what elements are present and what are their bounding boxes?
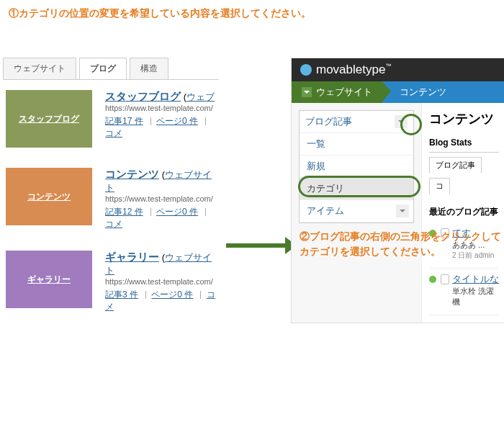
status-ok-icon (429, 276, 436, 283)
blog-meta: スタッフブログ (ウェブ https://www.test-template.c… (105, 90, 216, 148)
panel-header: Blog Stats (429, 135, 499, 153)
mt-nav: ウェブサイト コンテンツ (292, 81, 504, 103)
blog-meta: ギャラリー (ウェブサイト https://www.test-template.… (105, 251, 216, 313)
comments-link[interactable]: コメ (105, 128, 122, 138)
blog-row: スタッフブログ スタッフブログ (ウェブ https://www.test-te… (3, 86, 219, 163)
blog-url: https://www.test-template.com/ (105, 277, 216, 286)
side-item-new[interactable]: 新規 (300, 156, 413, 178)
blog-title-link[interactable]: ギャラリー (105, 251, 159, 263)
document-icon (441, 274, 449, 284)
entry-row: タイトルな 単水栓 洗濯機 (429, 269, 499, 315)
blog-url: https://www.test-template.com/ (105, 104, 216, 112)
blog-links: 記事3 件 ページ0 件 コメ (105, 289, 216, 313)
pages-link[interactable]: ページ0 件 (156, 207, 198, 217)
triangle-down-icon[interactable] (396, 204, 409, 217)
side-drop-head[interactable]: ブログ記事 (300, 111, 413, 133)
blog-links: 記事17 件 ページ0 件 コメ (105, 115, 216, 140)
mt-main: コンテンツ Blog Stats ブログ記事コ 最近のブログ記事 てす あああ … (421, 103, 504, 323)
main-title: コンテンツ (429, 110, 499, 127)
mt-body: ブログ記事 一覧 新規 カテゴリ アイテム コンテンツ Blog Stats ブ… (292, 103, 504, 323)
blog-url: https://www.test-template.com/ (105, 194, 216, 203)
arrow-icon (226, 243, 295, 248)
mt-sidebar: ブログ記事 一覧 新規 カテゴリ アイテム (292, 103, 421, 323)
entry-body: 単水栓 洗濯機 (452, 286, 499, 307)
side-item-list[interactable]: 一覧 (300, 133, 413, 156)
comments-link[interactable]: コメ (105, 219, 122, 229)
recent-entries-header: 最近のブログ記事 (429, 206, 499, 218)
pages-link[interactable]: ページ0 件 (151, 289, 193, 300)
nav-contents[interactable]: コンテンツ (382, 81, 504, 103)
blog-tile-contents[interactable]: コンテンツ (6, 168, 92, 225)
left-pane: ウェブサイト ブログ 構造 スタッフブログ スタッフブログ (ウェブ https… (3, 58, 219, 329)
side-item-item[interactable]: アイテム (300, 200, 413, 222)
side-dropdown: ブログ記事 一覧 新規 カテゴリ アイテム (299, 110, 414, 223)
scope-link[interactable]: ウェブ (186, 91, 215, 102)
blog-row: コンテンツ コンテンツ (ウェブサイト https://www.test-tem… (3, 163, 219, 246)
brand-label: movabletype™ (316, 63, 391, 77)
entries-link[interactable]: 記事12 件 (105, 207, 143, 217)
tab-website[interactable]: ウェブサイト (3, 58, 76, 79)
nav-website[interactable]: ウェブサイト (292, 81, 382, 103)
blog-meta: コンテンツ (ウェブサイト https://www.test-template.… (105, 168, 216, 230)
instruction-step2: ②ブログ記事の右側の三角形をクリックしてカテゴリを選択してください。 (300, 229, 501, 259)
blog-title-link[interactable]: スタッフブログ (105, 90, 181, 102)
tab-blog[interactable]: ブログ (79, 58, 127, 79)
blog-title-link[interactable]: コンテンツ (105, 168, 159, 180)
blog-links: 記事12 件 ページ0 件 コメ (105, 206, 216, 230)
tab-bar: ウェブサイト ブログ 構造 (3, 58, 219, 80)
wrench-icon (300, 64, 312, 76)
pages-link[interactable]: ページ0 件 (156, 116, 198, 126)
entries-link[interactable]: 記事3 件 (105, 289, 138, 300)
blog-tile-staff[interactable]: スタッフブログ (6, 90, 92, 148)
entries-link[interactable]: 記事17 件 (105, 116, 143, 126)
highlight-circle-icon (400, 114, 422, 135)
mt-header: movabletype™ (292, 58, 504, 81)
ptab-entries[interactable]: ブログ記事 (429, 157, 482, 174)
blog-scope: (ウェブ (184, 91, 215, 102)
blog-tile-gallery[interactable]: ギャラリー (6, 251, 92, 308)
entry-title-link[interactable]: タイトルな (452, 273, 499, 286)
chevron-down-icon (302, 87, 312, 97)
panel-tabs: ブログ記事コ (429, 153, 499, 194)
ptab-comments[interactable]: コ (429, 178, 450, 194)
tab-structure[interactable]: 構造 (130, 58, 168, 79)
side-drop-label: ブログ記事 (305, 115, 352, 128)
highlight-oval-icon (298, 176, 420, 197)
instruction-step1: ①カテゴリの位置の変更を希望している内容を選択してください。 (0, 0, 504, 24)
blog-row: ギャラリー ギャラリー (ウェブサイト https://www.test-tem… (3, 246, 219, 329)
